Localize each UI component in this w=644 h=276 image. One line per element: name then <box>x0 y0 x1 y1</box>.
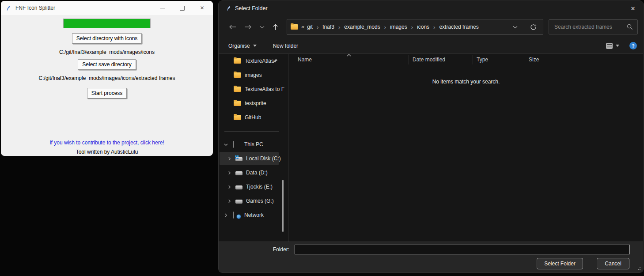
breadcrumb-images[interactable]: images <box>390 24 407 30</box>
new-folder-button[interactable]: New folder <box>273 43 298 49</box>
cancel-button[interactable]: Cancel <box>597 258 629 269</box>
sidebar-item-label: images <box>245 72 262 78</box>
sidebar-item-label: Network <box>244 212 264 218</box>
sidebar-item-local-disk-c[interactable]: Local Disk (C:) <box>219 151 288 166</box>
address-bar[interactable]: « git › fnaf3 › example_mods › images › … <box>287 19 543 35</box>
folder-name-label: Folder: <box>219 246 289 253</box>
folder-icon <box>234 58 241 64</box>
chevron-right-icon[interactable] <box>227 157 231 161</box>
breadcrumb-icons[interactable]: icons <box>417 24 429 30</box>
chevron-right-icon[interactable] <box>227 185 231 189</box>
dialog-toolbar: Organise New folder ? <box>219 38 643 54</box>
sidebar-scrollbar[interactable] <box>282 180 284 232</box>
feather-icon <box>226 5 231 11</box>
save-path-text: C:/git/fnaf3/example_mods/images/icons/e… <box>1 75 213 81</box>
feather-icon <box>6 5 11 11</box>
drive-icon <box>235 200 242 204</box>
contribute-link[interactable]: If you wish to contribute to the project… <box>49 140 164 146</box>
sidebar-item-label: Tjockis (E:) <box>246 184 273 190</box>
sidebar-item-textureatlas-to-f[interactable]: TextureAtlas to F <box>219 82 288 96</box>
back-icon[interactable] <box>229 24 236 30</box>
app-window-controls: ✕ <box>152 1 213 15</box>
dialog-title: Select Folder <box>235 5 623 11</box>
breadcrumb-overflow-chevron[interactable]: « <box>301 23 304 30</box>
fnf-icon-splitter-window: FNF Icon Splitter ✕ Select directory wit… <box>1 1 213 156</box>
drive-icon <box>235 185 242 189</box>
column-header-date-modified[interactable]: Date modified <box>409 55 473 64</box>
app-titlebar: FNF Icon Splitter ✕ <box>1 1 213 15</box>
new-folder-label: New folder <box>273 43 298 49</box>
sidebar-item-data-d[interactable]: Data (D:) <box>219 166 288 180</box>
sidebar-item-label: TextureAtlas to F <box>245 86 284 92</box>
close-icon[interactable]: ✕ <box>192 1 212 15</box>
select-icons-directory-button[interactable]: Select directory with icons <box>72 33 142 44</box>
column-headers: Name Date modified Type Size <box>289 54 643 65</box>
sidebar-item-games-g[interactable]: Games (G:) <box>219 194 288 208</box>
sidebar-item-tjockis-e[interactable]: Tjockis (E:) <box>219 180 288 194</box>
credit-text: Tool written by AutisticLulu <box>1 149 213 155</box>
file-list-area: Name Date modified Type Size No items ma… <box>288 54 643 242</box>
chevron-right-icon[interactable] <box>224 213 228 217</box>
close-icon[interactable]: ✕ <box>623 1 643 16</box>
app-content: Select directory with icons C:/git/fnaf3… <box>1 15 213 156</box>
progress-fill <box>64 19 150 28</box>
maximize-icon[interactable] <box>172 1 192 15</box>
folder-icon <box>291 24 298 30</box>
resize-grip[interactable] <box>640 269 640 270</box>
folder-name-input[interactable] <box>295 245 630 254</box>
refresh-icon[interactable] <box>527 23 539 31</box>
forward-icon[interactable] <box>244 24 252 30</box>
dialog-titlebar: Select Folder ✕ <box>219 1 643 16</box>
column-header-size[interactable]: Size <box>525 55 562 64</box>
sidebar-item-label: Games (G:) <box>246 198 274 204</box>
sidebar-item-label: Local Disk (C:) <box>246 155 281 162</box>
folder-icon <box>234 87 241 92</box>
select-folder-button[interactable]: Select Folder <box>537 258 583 269</box>
icons-path-text: C:/git/fnaf3/example_mods/images/icons <box>1 49 213 55</box>
chevron-right-icon: › <box>433 24 435 30</box>
drive-icon <box>235 171 242 175</box>
sidebar-item-textureatlas[interactable]: TextureAtlas- <box>219 54 288 68</box>
address-dropdown-chevron-icon[interactable] <box>510 25 520 29</box>
recent-locations-chevron-icon[interactable] <box>260 26 265 29</box>
sidebar-item-testsprite[interactable]: testsprite <box>219 96 288 110</box>
view-options-button[interactable] <box>606 43 619 49</box>
organise-button[interactable]: Organise <box>228 43 257 49</box>
sidebar-item-label: TextureAtlas- <box>245 58 276 64</box>
help-icon[interactable]: ? <box>629 42 637 49</box>
folder-icon <box>234 101 241 106</box>
text-caret <box>297 247 297 253</box>
breadcrumb-git[interactable]: git <box>307 24 313 30</box>
dialog-body: TextureAtlas- images TextureAtlas to F t… <box>219 54 643 242</box>
search-input[interactable] <box>553 23 627 30</box>
breadcrumb-fnaf3[interactable]: fnaf3 <box>322 24 334 30</box>
app-title: FNF Icon Splitter <box>15 5 152 11</box>
sidebar-item-label: testsprite <box>245 100 266 106</box>
chevron-down-icon[interactable] <box>224 143 228 147</box>
organise-label: Organise <box>228 43 250 49</box>
chevron-right-icon[interactable] <box>227 171 231 175</box>
up-icon[interactable] <box>273 24 278 30</box>
sidebar-item-images[interactable]: images <box>219 68 288 82</box>
search-icon <box>627 24 633 30</box>
folder-icon <box>234 72 241 78</box>
sidebar-divider <box>224 131 279 132</box>
folder-icon <box>234 115 241 120</box>
chevron-right-icon: › <box>411 24 413 30</box>
column-header-type[interactable]: Type <box>473 55 525 64</box>
sidebar-item-network[interactable]: Network <box>219 208 288 222</box>
breadcrumb-example-mods[interactable]: example_mods <box>344 24 380 30</box>
breadcrumb-extracted-frames[interactable]: extracted frames <box>439 24 478 30</box>
sidebar-item-label: GitHub <box>245 114 261 121</box>
search-box <box>549 19 638 34</box>
sort-ascending-icon <box>347 54 351 57</box>
sidebar-item-this-pc[interactable]: This PC <box>219 137 288 151</box>
sidebar-item-github[interactable]: GitHub <box>219 110 288 125</box>
sidebar-item-label: This PC <box>244 141 263 147</box>
chevron-right-icon[interactable] <box>227 199 231 203</box>
minimize-icon[interactable] <box>152 1 172 15</box>
select-save-directory-button[interactable]: Select save directory <box>78 59 136 70</box>
chevron-right-icon: › <box>317 24 318 30</box>
sidebar: TextureAtlas- images TextureAtlas to F t… <box>219 54 288 242</box>
start-process-button[interactable]: Start process <box>87 88 127 98</box>
